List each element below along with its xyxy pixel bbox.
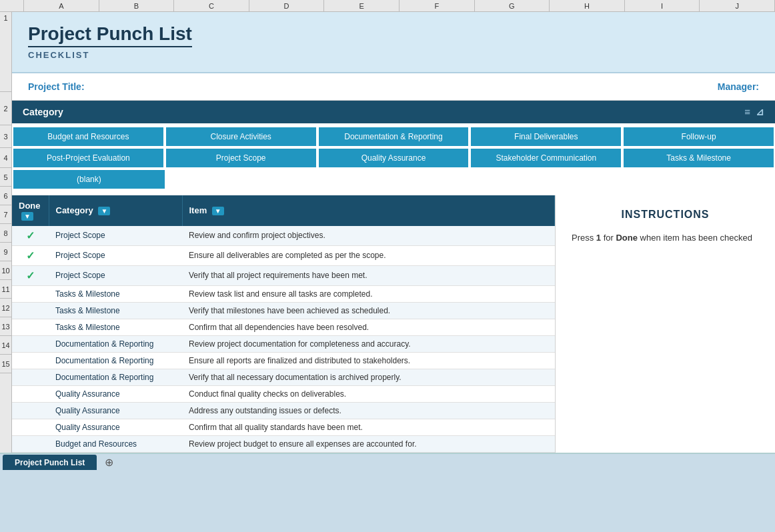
- table-row: Tasks & MilestoneConfirm that all depend…: [12, 319, 555, 335]
- col-header-c: C: [174, 0, 249, 11]
- instructions-title: INSTRUCTIONS: [572, 209, 759, 221]
- cell-done: [12, 302, 49, 319]
- filter-btn-followup[interactable]: Follow-up: [622, 126, 775, 147]
- table-row: Documentation & ReportingReview project …: [12, 335, 555, 352]
- spreadsheet-wrapper: A B C D E F G H I J 1 2 3 4 5 6 7 8 9 10…: [0, 0, 775, 470]
- data-table: Done ▼ Category ▼ Item ▼ ✓Project ScopeR…: [12, 195, 555, 453]
- col-header-bar: A B C D E F G H I J: [0, 0, 775, 12]
- col-header-j: J: [700, 0, 775, 11]
- table-row: ✓Project ScopeEnsure all deliverables ar…: [12, 245, 555, 265]
- page-title: Project Punch List: [28, 24, 759, 47]
- cell-done: ✓: [12, 265, 49, 285]
- cell-done: [12, 285, 49, 302]
- table-row: ✓Project ScopeReview and confirm project…: [12, 226, 555, 246]
- table-row: Documentation & ReportingVerify that all…: [12, 369, 555, 385]
- cell-category: Quality Assurance: [49, 419, 182, 435]
- table-row: Quality AssuranceAddress any outstanding…: [12, 402, 555, 419]
- cell-item: Review and confirm project objectives.: [182, 226, 555, 246]
- category-header-icons: ≡ ⊿: [744, 106, 764, 118]
- sheet-body: 1 2 3 4 5 6 7 8 9 10 11 12 13 14 15 Proj…: [0, 12, 775, 453]
- filter-btn-tasks[interactable]: Tasks & Milestone: [622, 147, 775, 169]
- cell-item: Verify that milestones have been achieve…: [182, 302, 555, 319]
- main-content: Project Punch List CHECKLIST Project Tit…: [12, 12, 775, 453]
- cell-category: Documentation & Reporting: [49, 369, 182, 385]
- filter-btn-budget[interactable]: Budget and Resources: [12, 126, 165, 147]
- cell-done: ✓: [12, 245, 49, 265]
- project-title-label: Project Title:: [28, 81, 85, 92]
- cell-category: Tasks & Milestone: [49, 319, 182, 335]
- header-subtitle: CHECKLIST: [28, 50, 759, 60]
- cell-done: [12, 385, 49, 402]
- col-done-header: Done ▼: [12, 195, 49, 226]
- cell-category: Project Scope: [49, 226, 182, 246]
- cell-category: Budget and Resources: [49, 435, 182, 452]
- filter-row-2: Post-Project Evaluation Project Scope Qu…: [12, 147, 775, 169]
- cell-item: Ensure all deliverables are completed as…: [182, 245, 555, 265]
- filter-row-1: Budget and Resources Closure Activities …: [12, 126, 775, 147]
- cell-category: Documentation & Reporting: [49, 352, 182, 369]
- cell-done: [12, 352, 49, 369]
- filter-btn-documentation[interactable]: Documentation & Reporting: [317, 126, 470, 147]
- instructions-panel: INSTRUCTIONS Press 1 for Done when item …: [555, 195, 775, 453]
- category-header-bar: Category ≡ ⊿: [12, 101, 775, 123]
- filter-btn-blank[interactable]: (blank): [12, 169, 166, 190]
- filter-btn-quality[interactable]: Quality Assurance: [317, 147, 470, 169]
- table-row: Tasks & MilestoneReview task list and en…: [12, 285, 555, 302]
- cell-category: Project Scope: [49, 265, 182, 285]
- instructions-text: Press 1 for Done when item has been chec…: [572, 231, 759, 245]
- col-header-d: D: [249, 0, 325, 11]
- filter-row-3: (blank): [12, 169, 775, 190]
- table-row: Tasks & MilestoneVerify that milestones …: [12, 302, 555, 319]
- cell-done: ✓: [12, 226, 49, 246]
- filter-lines-icon[interactable]: ≡: [744, 106, 750, 118]
- cell-item: Review project documentation for complet…: [182, 335, 555, 352]
- header-section: Project Punch List CHECKLIST: [12, 12, 775, 73]
- filter-btn-closure[interactable]: Closure Activities: [165, 126, 317, 147]
- filter-buttons-area: Budget and Resources Closure Activities …: [12, 123, 775, 190]
- col-item-header: Item ▼: [182, 195, 555, 226]
- cell-item: Confirm that all dependencies have been …: [182, 319, 555, 335]
- cell-item: Ensure all reports are finalized and dis…: [182, 352, 555, 369]
- cell-item: Review project budget to ensure all expe…: [182, 435, 555, 452]
- funnel-icon[interactable]: ⊿: [756, 106, 764, 118]
- table-row: Documentation & ReportingEnsure all repo…: [12, 352, 555, 369]
- filter-btn-stakeholder[interactable]: Stakeholder Communication: [470, 147, 622, 169]
- sort-category-icon[interactable]: ▼: [98, 207, 110, 215]
- cell-category: Tasks & Milestone: [49, 302, 182, 319]
- cell-item: Confirm that all quality standards have …: [182, 419, 555, 435]
- cell-done: [12, 319, 49, 335]
- sort-item-icon[interactable]: ▼: [212, 207, 224, 215]
- table-row: Quality AssuranceConduct final quality c…: [12, 385, 555, 402]
- cell-done: [12, 402, 49, 419]
- filter-btn-post[interactable]: Post-Project Evaluation: [12, 147, 165, 169]
- cell-done: [12, 369, 49, 385]
- col-header-e: E: [324, 0, 400, 11]
- cell-done: [12, 335, 49, 352]
- col-header-i: I: [625, 0, 700, 11]
- cell-category: Tasks & Milestone: [49, 285, 182, 302]
- cell-done: [12, 419, 49, 435]
- col-header-h: H: [550, 0, 625, 11]
- table-row: Quality AssuranceConfirm that all qualit…: [12, 419, 555, 435]
- col-header-g: G: [475, 0, 550, 11]
- project-info-bar: Project Title: Manager:: [12, 73, 775, 101]
- cell-category: Documentation & Reporting: [49, 335, 182, 352]
- cell-category: Quality Assurance: [49, 402, 182, 419]
- filter-btn-final[interactable]: Final Deliverables: [470, 126, 622, 147]
- cell-done: [12, 435, 49, 452]
- cell-category: Project Scope: [49, 245, 182, 265]
- filter-btn-scope[interactable]: Project Scope: [165, 147, 317, 169]
- table-area: Done ▼ Category ▼ Item ▼ ✓Project ScopeR…: [12, 195, 775, 453]
- sort-done-icon[interactable]: ▼: [21, 212, 33, 221]
- col-header-f: F: [400, 0, 475, 11]
- cell-item: Verify that all project requirements hav…: [182, 265, 555, 285]
- add-sheet-button[interactable]: ⊕: [101, 456, 117, 469]
- col-category-header: Category ▼: [49, 195, 182, 226]
- sheet-tab-punch-list[interactable]: Project Punch List: [3, 455, 97, 470]
- cell-item: Address any outstanding issues or defect…: [182, 402, 555, 419]
- cell-item: Verify that all necessary documentation …: [182, 369, 555, 385]
- checkmark-icon: ✓: [26, 270, 35, 281]
- col-header-b: B: [99, 0, 175, 11]
- checkmark-icon: ✓: [26, 250, 35, 261]
- category-header-text: Category: [23, 107, 63, 117]
